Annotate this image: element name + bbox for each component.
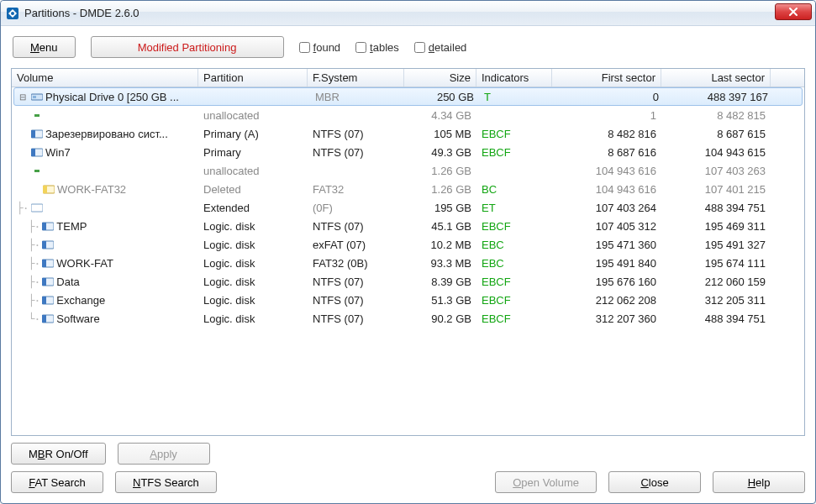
cell-fsystem: FAT32 (0B) [308, 255, 404, 272]
col-header-size[interactable]: Size [404, 69, 476, 87]
cell-first: 8 687 616 [552, 144, 661, 161]
cell-last: 195 674 111 [661, 255, 771, 272]
apply-button[interactable]: Apply [118, 443, 210, 465]
volume-label: Exchange [56, 294, 193, 307]
cell-last: 8 687 615 [661, 125, 771, 143]
cell-first: 195 676 160 [552, 273, 661, 291]
volume-icon [42, 240, 54, 249]
open-volume-button[interactable]: Open Volume [495, 471, 597, 493]
volume-label: WORK-FAT32 [57, 183, 193, 196]
cell-fsystem [308, 168, 404, 173]
cell-fsystem [308, 113, 404, 118]
cell-size: 10.2 MB [404, 236, 476, 254]
cell-first: 312 207 360 [552, 310, 661, 328]
fat-search-button[interactable]: FAT Search [11, 471, 103, 493]
bottom-toolbar: MBR On/Off Apply FAT Search NTFS Search … [11, 443, 805, 493]
cell-indicators: EBCF [476, 144, 552, 161]
table-row[interactable]: ├·Extended(0F)195 GBET107 403 264488 394… [12, 198, 804, 217]
cell-partition: unallocated [198, 162, 308, 180]
help-button[interactable]: Help [713, 471, 805, 493]
col-header-first[interactable]: First sector [552, 69, 661, 87]
menu-button[interactable]: Menu [13, 36, 76, 58]
table-row[interactable]: unallocated4.34 GB18 482 815 [12, 106, 804, 124]
grid-body[interactable]: ⊟Physical Drive 0 [250 GB ...MBR250 GBT0… [12, 87, 804, 435]
table-row[interactable]: ├·TEMPLogic. diskNTFS (07)45.1 GBEBCF107… [12, 217, 804, 235]
cell-fsystem: NTFS (07) [308, 273, 404, 291]
cell-size: 45.1 GB [404, 218, 476, 235]
volume-icon [31, 129, 43, 139]
svg-point-1 [11, 12, 14, 15]
table-row[interactable]: ├·WORK-FATLogic. diskFAT32 (0B)93.3 MBEB… [12, 254, 804, 272]
table-row[interactable]: Win7PrimaryNTFS (07)49.3 GBEBCF8 687 616… [12, 143, 804, 161]
svg-rect-3 [33, 96, 36, 98]
col-header-indicators[interactable]: Indicators [476, 69, 552, 87]
table-row[interactable]: unallocated1.26 GB104 943 616107 403 263 [12, 161, 804, 180]
volume-icon [42, 314, 54, 323]
col-header-fsystem[interactable]: F.System [308, 69, 404, 87]
tables-checkbox[interactable]: tables [355, 41, 399, 54]
window: Partitions - DMDE 2.6.0 Menu Modified Pa… [0, 0, 816, 504]
svg-rect-22 [42, 297, 46, 304]
cell-last: 104 943 615 [661, 144, 771, 161]
cell-partition: Logic. disk [198, 291, 308, 309]
cell-last: 195 491 327 [661, 236, 771, 254]
cell-indicators: EBC [476, 255, 552, 272]
window-close-button[interactable] [775, 3, 812, 20]
cell-last: 107 401 215 [661, 181, 771, 198]
table-row[interactable]: WORK-FAT32DeletedFAT321.26 GBBC104 943 6… [12, 180, 804, 198]
cell-fsystem: exFAT (07) [308, 236, 404, 254]
cell-size: 93.3 MB [404, 255, 476, 272]
detailed-checkbox[interactable]: detailed [414, 41, 467, 54]
close-button[interactable]: Close [608, 471, 701, 493]
svg-rect-14 [42, 223, 46, 230]
volume-label: Software [56, 312, 193, 325]
cell-fsystem: (0F) [308, 199, 404, 217]
cell-partition [201, 94, 310, 99]
table-row[interactable]: ├·DataLogic. diskNTFS (07)8.39 GBEBCF195… [12, 272, 804, 291]
cell-indicators: EBCF [476, 291, 552, 309]
table-row[interactable]: Зарезервировано сист...Primary (A)NTFS (… [12, 124, 804, 143]
cell-last: 488 394 751 [661, 310, 771, 328]
cell-partition: Logic. disk [198, 218, 308, 235]
cell-size: 1.26 GB [404, 162, 476, 180]
cell-partition: Extended [198, 199, 308, 217]
cell-indicators: EBCF [476, 273, 552, 291]
cell-partition: Logic. disk [198, 273, 308, 291]
table-row[interactable]: ├·ExchangeLogic. diskNTFS (07)51.3 GBEBC… [12, 291, 804, 309]
found-checkbox[interactable]: found [299, 41, 341, 54]
volume-label: WORK-FAT [56, 257, 193, 270]
table-row[interactable]: ⊟Physical Drive 0 [250 GB ...MBR250 GBT0… [13, 87, 803, 106]
mbr-onoff-button[interactable]: MBR On/Off [11, 443, 106, 465]
svg-rect-11 [43, 186, 47, 193]
grid-header: Volume Partition F.System Size Indicator… [12, 69, 804, 87]
volume-icon [31, 148, 43, 157]
svg-rect-6 [31, 130, 35, 138]
volume-icon [31, 111, 43, 120]
cell-first: 195 491 840 [552, 255, 661, 272]
cell-first: 8 482 816 [552, 125, 661, 143]
cell-last: 488 394 751 [661, 199, 771, 217]
cell-indicators: EBC [476, 236, 552, 254]
svg-rect-16 [42, 241, 46, 249]
ntfs-search-button[interactable]: NTFS Search [115, 471, 217, 493]
volume-icon [43, 185, 55, 194]
cell-size: 8.39 GB [404, 273, 476, 291]
cell-indicators: EBCF [476, 125, 552, 143]
cell-size: 51.3 GB [404, 291, 476, 309]
col-header-volume[interactable]: Volume [12, 69, 198, 87]
modified-partitioning-button[interactable]: Modified Partitioning [91, 36, 284, 58]
cell-size: 4.34 GB [404, 107, 476, 124]
cell-fsystem: NTFS (07) [308, 310, 404, 328]
cell-last: 8 482 815 [661, 107, 771, 124]
cell-first: 195 471 360 [552, 236, 661, 254]
cell-first: 107 405 312 [552, 218, 661, 235]
cell-partition: unallocated [198, 107, 308, 124]
table-row[interactable]: └·SoftwareLogic. diskNTFS (07)90.2 GBEBC… [12, 309, 804, 328]
cell-fsystem: NTFS (07) [308, 218, 404, 235]
svg-rect-24 [42, 315, 46, 323]
col-header-last[interactable]: Last sector [661, 69, 771, 87]
col-header-partition[interactable]: Partition [198, 69, 308, 87]
cell-last: 107 403 263 [661, 162, 771, 180]
cell-size: 105 MB [404, 125, 476, 143]
table-row[interactable]: ├·Logic. diskexFAT (07)10.2 MBEBC195 471… [12, 235, 804, 254]
